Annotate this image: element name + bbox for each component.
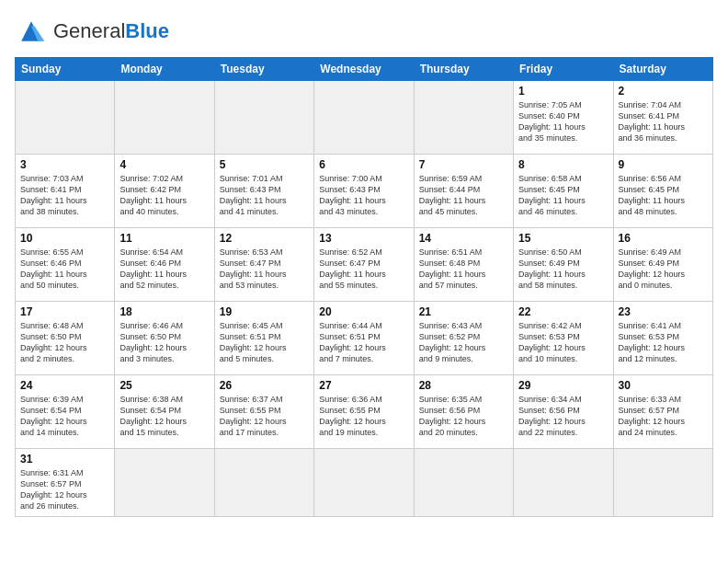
day-number: 11 (119, 232, 209, 245)
logo: GeneralBlue (15, 15, 169, 48)
calendar-cell: 18Sunrise: 6:46 AM Sunset: 6:50 PM Dayli… (115, 302, 214, 375)
generalblue-icon (15, 15, 48, 48)
day-number: 31 (20, 453, 109, 465)
calendar-cell (214, 449, 313, 517)
day-number: 12 (220, 232, 309, 245)
day-sun-info: Sunrise: 6:56 AM Sunset: 6:45 PM Dayligh… (619, 173, 708, 218)
day-number: 26 (220, 379, 309, 392)
calendar-cell: 4Sunrise: 7:02 AM Sunset: 6:42 PM Daylig… (115, 155, 214, 228)
day-number: 14 (419, 232, 508, 245)
calendar-cell (16, 81, 115, 155)
day-number: 21 (419, 305, 508, 318)
calendar-week-row: 24Sunrise: 6:39 AM Sunset: 6:54 PM Dayli… (16, 375, 713, 449)
calendar-cell: 8Sunrise: 6:58 AM Sunset: 6:45 PM Daylig… (514, 155, 613, 228)
day-sun-info: Sunrise: 6:42 AM Sunset: 6:53 PM Dayligh… (518, 320, 608, 365)
day-of-week-thursday: Thursday (414, 58, 513, 81)
calendar-cell: 12Sunrise: 6:53 AM Sunset: 6:47 PM Dayli… (214, 228, 313, 302)
day-number: 18 (119, 305, 209, 318)
day-number: 10 (20, 232, 109, 245)
day-of-week-wednesday: Wednesday (314, 58, 414, 81)
day-sun-info: Sunrise: 6:50 AM Sunset: 6:49 PM Dayligh… (518, 247, 608, 292)
calendar-cell: 25Sunrise: 6:38 AM Sunset: 6:54 PM Dayli… (115, 375, 214, 449)
day-number: 3 (20, 158, 109, 171)
day-number: 6 (319, 158, 408, 171)
calendar-cell: 21Sunrise: 6:43 AM Sunset: 6:52 PM Dayli… (414, 302, 513, 375)
calendar-cell (314, 449, 414, 517)
calendar-cell (414, 449, 513, 517)
calendar-cell: 11Sunrise: 6:54 AM Sunset: 6:46 PM Dayli… (115, 228, 214, 302)
calendar-week-row: 31Sunrise: 6:31 AM Sunset: 6:57 PM Dayli… (16, 449, 713, 517)
calendar-cell: 17Sunrise: 6:48 AM Sunset: 6:50 PM Dayli… (16, 302, 115, 375)
day-sun-info: Sunrise: 6:31 AM Sunset: 6:57 PM Dayligh… (20, 467, 109, 512)
day-number: 28 (419, 379, 508, 392)
day-of-week-friday: Friday (514, 58, 613, 81)
day-sun-info: Sunrise: 6:43 AM Sunset: 6:52 PM Dayligh… (419, 320, 508, 365)
day-sun-info: Sunrise: 6:41 AM Sunset: 6:53 PM Dayligh… (619, 320, 708, 365)
calendar-cell: 1Sunrise: 7:05 AM Sunset: 6:40 PM Daylig… (514, 81, 613, 155)
calendar-cell: 30Sunrise: 6:33 AM Sunset: 6:57 PM Dayli… (613, 375, 712, 449)
day-sun-info: Sunrise: 7:05 AM Sunset: 6:40 PM Dayligh… (518, 99, 608, 144)
calendar-cell (414, 81, 513, 155)
calendar-cell: 16Sunrise: 6:49 AM Sunset: 6:49 PM Dayli… (613, 228, 712, 302)
days-of-week-row: SundayMondayTuesdayWednesdayThursdayFrid… (16, 58, 713, 81)
day-number: 5 (220, 158, 309, 171)
day-number: 25 (119, 379, 209, 392)
calendar-cell: 26Sunrise: 6:37 AM Sunset: 6:55 PM Dayli… (214, 375, 313, 449)
calendar-header: SundayMondayTuesdayWednesdayThursdayFrid… (16, 58, 713, 81)
calendar-cell (214, 81, 313, 155)
day-number: 8 (518, 158, 608, 171)
day-sun-info: Sunrise: 7:01 AM Sunset: 6:43 PM Dayligh… (220, 173, 309, 218)
day-sun-info: Sunrise: 6:44 AM Sunset: 6:51 PM Dayligh… (319, 320, 408, 365)
day-sun-info: Sunrise: 6:52 AM Sunset: 6:47 PM Dayligh… (319, 247, 408, 292)
calendar-cell (115, 449, 214, 517)
day-sun-info: Sunrise: 6:54 AM Sunset: 6:46 PM Dayligh… (119, 247, 209, 292)
day-sun-info: Sunrise: 6:59 AM Sunset: 6:44 PM Dayligh… (419, 173, 508, 218)
day-number: 27 (319, 379, 408, 392)
day-number: 2 (619, 85, 708, 98)
day-number: 13 (319, 232, 408, 245)
page-header: GeneralBlue (15, 15, 713, 48)
day-of-week-monday: Monday (115, 58, 214, 81)
calendar-cell (514, 449, 613, 517)
calendar-cell: 3Sunrise: 7:03 AM Sunset: 6:41 PM Daylig… (16, 155, 115, 228)
day-sun-info: Sunrise: 6:53 AM Sunset: 6:47 PM Dayligh… (220, 247, 309, 292)
calendar-cell (314, 81, 414, 155)
calendar-cell: 2Sunrise: 7:04 AM Sunset: 6:41 PM Daylig… (613, 81, 712, 155)
calendar-cell: 20Sunrise: 6:44 AM Sunset: 6:51 PM Dayli… (314, 302, 414, 375)
day-of-week-tuesday: Tuesday (214, 58, 313, 81)
day-number: 16 (619, 232, 708, 245)
day-number: 19 (220, 305, 309, 318)
day-number: 24 (20, 379, 109, 392)
day-sun-info: Sunrise: 7:04 AM Sunset: 6:41 PM Dayligh… (619, 99, 708, 144)
day-sun-info: Sunrise: 7:02 AM Sunset: 6:42 PM Dayligh… (119, 173, 209, 218)
day-sun-info: Sunrise: 6:49 AM Sunset: 6:49 PM Dayligh… (619, 247, 708, 292)
calendar-cell: 27Sunrise: 6:36 AM Sunset: 6:55 PM Dayli… (314, 375, 414, 449)
calendar-cell: 31Sunrise: 6:31 AM Sunset: 6:57 PM Dayli… (16, 449, 115, 517)
day-of-week-sunday: Sunday (16, 58, 115, 81)
calendar-week-row: 17Sunrise: 6:48 AM Sunset: 6:50 PM Dayli… (16, 302, 713, 375)
logo-text: GeneralBlue (53, 21, 169, 41)
calendar-table: SundayMondayTuesdayWednesdayThursdayFrid… (15, 57, 713, 517)
calendar-body: 1Sunrise: 7:05 AM Sunset: 6:40 PM Daylig… (16, 81, 713, 517)
day-sun-info: Sunrise: 6:36 AM Sunset: 6:55 PM Dayligh… (319, 394, 408, 439)
calendar-cell: 9Sunrise: 6:56 AM Sunset: 6:45 PM Daylig… (613, 155, 712, 228)
calendar-cell: 13Sunrise: 6:52 AM Sunset: 6:47 PM Dayli… (314, 228, 414, 302)
day-sun-info: Sunrise: 6:48 AM Sunset: 6:50 PM Dayligh… (20, 320, 109, 365)
day-sun-info: Sunrise: 6:46 AM Sunset: 6:50 PM Dayligh… (119, 320, 209, 365)
calendar-cell: 23Sunrise: 6:41 AM Sunset: 6:53 PM Dayli… (613, 302, 712, 375)
day-sun-info: Sunrise: 6:45 AM Sunset: 6:51 PM Dayligh… (220, 320, 309, 365)
calendar-cell: 5Sunrise: 7:01 AM Sunset: 6:43 PM Daylig… (214, 155, 313, 228)
calendar-cell: 6Sunrise: 7:00 AM Sunset: 6:43 PM Daylig… (314, 155, 414, 228)
day-number: 30 (619, 379, 708, 392)
calendar-cell: 24Sunrise: 6:39 AM Sunset: 6:54 PM Dayli… (16, 375, 115, 449)
day-sun-info: Sunrise: 6:38 AM Sunset: 6:54 PM Dayligh… (119, 394, 209, 439)
day-sun-info: Sunrise: 6:37 AM Sunset: 6:55 PM Dayligh… (220, 394, 309, 439)
calendar-cell: 22Sunrise: 6:42 AM Sunset: 6:53 PM Dayli… (514, 302, 613, 375)
day-of-week-saturday: Saturday (613, 58, 712, 81)
day-sun-info: Sunrise: 6:51 AM Sunset: 6:48 PM Dayligh… (419, 247, 508, 292)
calendar-cell (115, 81, 214, 155)
day-sun-info: Sunrise: 6:55 AM Sunset: 6:46 PM Dayligh… (20, 247, 109, 292)
day-number: 20 (319, 305, 408, 318)
day-sun-info: Sunrise: 6:35 AM Sunset: 6:56 PM Dayligh… (419, 394, 508, 439)
day-sun-info: Sunrise: 6:34 AM Sunset: 6:56 PM Dayligh… (518, 394, 608, 439)
